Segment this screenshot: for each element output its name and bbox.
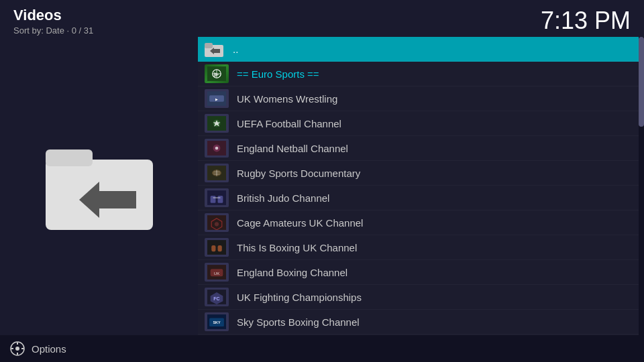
label-sky-sports-boxing: Sky Sports Boxing Channel: [237, 316, 360, 328]
list-item-this-is-boxing[interactable]: This Is Boxing UK Channel: [198, 235, 644, 260]
title-area: Videos Sort by: Date · 0 / 31: [13, 7, 93, 36]
list-item-rugby-documentary[interactable]: Rugby Sports Documentary: [198, 161, 644, 186]
svg-point-33: [215, 222, 219, 226]
label-euro-sports: == Euro Sports ==: [237, 68, 319, 80]
list-item-sky-sports-boxing[interactable]: SKY Sky Sports Boxing Channel: [198, 310, 644, 335]
svg-rect-7: [214, 49, 220, 53]
svg-rect-8: [207, 66, 226, 81]
list-item-euro-sports[interactable]: == Euro Sports ==: [198, 62, 644, 86]
thumb-england-netball: [205, 139, 229, 158]
list-panel: .. == Euro Sports == ▶ UK Womens Wrestli…: [198, 37, 644, 335]
svg-point-47: [15, 347, 19, 351]
list-item-england-netball[interactable]: England Netball Channel: [198, 136, 644, 161]
svg-rect-29: [218, 196, 223, 203]
thumb-euro-sports: [205, 64, 229, 83]
app-title: Videos: [13, 7, 93, 24]
list-item-england-boxing[interactable]: UK England Boxing Channel: [198, 260, 644, 285]
svg-rect-28: [211, 196, 216, 203]
thumb-rugby-documentary: [205, 164, 229, 182]
label-british-judo: British Judo Channel: [237, 192, 329, 204]
back-item[interactable]: ..: [198, 37, 644, 62]
scrollbar[interactable]: [639, 37, 644, 335]
label-uefa-football: UEFA Football Channel: [237, 118, 341, 129]
label-england-boxing: England Boxing Channel: [237, 267, 347, 278]
svg-rect-36: [218, 245, 222, 251]
label-uk-womens-wrestling: UK Womens Wrestling: [237, 93, 337, 105]
options-icon: [10, 341, 25, 356]
list-item-uk-fighting[interactable]: FC UK Fighting Championships: [198, 285, 644, 310]
bottom-bar: Options: [0, 335, 644, 362]
list-item-cage-amateurs[interactable]: Cage Amateurs UK Channel: [198, 210, 644, 235]
back-folder-icon: [205, 41, 225, 57]
svg-rect-34: [207, 240, 226, 255]
thumb-england-boxing: UK: [205, 263, 229, 282]
thumb-cage-amateurs: [205, 213, 229, 232]
sort-info: Sort by: Date · 0 / 31: [13, 25, 93, 36]
label-rugby-documentary: Rugby Sports Documentary: [237, 168, 360, 179]
back-label: ..: [233, 44, 238, 55]
list-item-uk-womens-wrestling[interactable]: ▶ UK Womens Wrestling: [198, 86, 644, 111]
svg-rect-35: [211, 245, 215, 251]
folder-icon: [42, 136, 156, 237]
thumb-sky-sports-boxing: SKY: [205, 312, 229, 331]
options-label[interactable]: Options: [32, 343, 66, 355]
label-england-netball: England Netball Channel: [237, 143, 348, 154]
label-this-is-boxing: This Is Boxing UK Channel: [237, 242, 357, 253]
svg-text:FC: FC: [213, 296, 219, 301]
svg-rect-5: [205, 43, 213, 48]
svg-rect-3: [99, 191, 136, 208]
thumb-british-judo: [205, 188, 229, 207]
scrollbar-thumb[interactable]: [639, 37, 644, 127]
thumb-uk-fighting: FC: [205, 288, 229, 306]
label-uk-fighting: UK Fighting Championships: [237, 292, 362, 303]
clock: 7:13 PM: [541, 7, 631, 35]
thumb-this-is-boxing: [205, 238, 229, 257]
thumb-uefa-football: [205, 114, 229, 133]
header: Videos Sort by: Date · 0 / 31 7:13 PM: [0, 0, 644, 37]
list-item-uefa-football[interactable]: UEFA Football Channel: [198, 111, 644, 136]
left-panel: [0, 37, 198, 335]
thumb-uk-womens-wrestling: ▶: [205, 89, 229, 108]
list-item-british-judo[interactable]: British Judo Channel: [198, 186, 644, 210]
label-cage-amateurs: Cage Amateurs UK Channel: [237, 217, 363, 229]
svg-rect-1: [46, 149, 93, 166]
svg-text:▶: ▶: [215, 97, 218, 101]
svg-text:UK: UK: [214, 271, 220, 276]
svg-text:SKY: SKY: [213, 320, 221, 324]
svg-point-20: [215, 147, 219, 150]
